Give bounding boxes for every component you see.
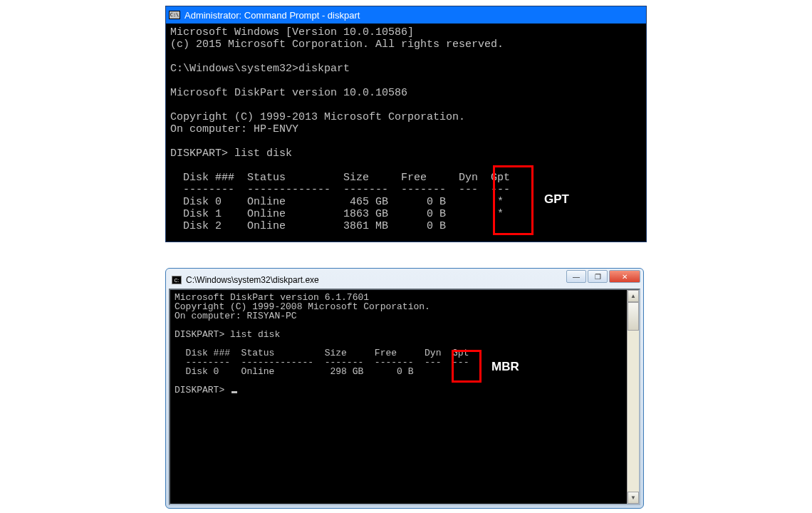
cmd-icon: C:\ bbox=[169, 11, 180, 19]
cmd-window-win10: C:\ Administrator: Command Prompt - disk… bbox=[165, 6, 647, 242]
line: (c) 2015 Microsoft Corporation. All righ… bbox=[170, 38, 504, 51]
window-title: Administrator: Command Prompt - diskpart bbox=[184, 10, 360, 21]
close-button[interactable]: ✕ bbox=[609, 270, 640, 283]
scroll-up-button[interactable]: ▲ bbox=[628, 290, 639, 302]
line: On computer: RISYAN-PC bbox=[175, 311, 297, 321]
line: Copyright (C) 1999-2013 Microsoft Corpor… bbox=[170, 111, 465, 123]
window-title: C:\Windows\system32\diskpart.exe bbox=[186, 275, 319, 285]
table-row: Disk 2 Online 3861 MB 0 B bbox=[170, 220, 446, 232]
console-output-win7[interactable]: Microsoft DiskPart version 6.1.7601 Copy… bbox=[170, 290, 639, 398]
titlebar-win10[interactable]: C:\ Administrator: Command Prompt - disk… bbox=[166, 6, 646, 24]
highlight-label-gpt: GPT bbox=[544, 192, 569, 207]
line: DISKPART> list disk bbox=[170, 147, 292, 160]
cmd-icon: C: bbox=[172, 276, 182, 284]
line: Microsoft DiskPart version 10.0.10586 bbox=[170, 87, 407, 99]
scrollbar[interactable]: ▲ ▼ bbox=[627, 290, 639, 504]
cmd-window-win7: C: C:\Windows\system32\diskpart.exe — ❐ … bbox=[165, 268, 644, 509]
table-row: Disk 1 Online 1863 GB 0 B * bbox=[170, 208, 504, 220]
line: C:\Windows\system32>diskpart bbox=[170, 63, 350, 75]
cursor-icon bbox=[231, 391, 237, 393]
highlight-label-mbr: MBR bbox=[491, 360, 519, 374]
line: DISKPART> list disk bbox=[175, 329, 280, 340]
console-output-win10[interactable]: Microsoft Windows [Version 10.0.10586] (… bbox=[166, 24, 646, 235]
console-frame: Microsoft DiskPart version 6.1.7601 Copy… bbox=[169, 289, 640, 505]
line: On computer: HP-ENVY bbox=[170, 123, 298, 135]
minimize-button[interactable]: — bbox=[566, 270, 586, 283]
line: Microsoft Windows [Version 10.0.10586] bbox=[170, 26, 414, 38]
prompt: DISKPART> bbox=[175, 385, 230, 395]
scroll-track[interactable] bbox=[628, 331, 639, 492]
window-controls: — ❐ ✕ bbox=[565, 270, 640, 283]
table-header: Disk ### Status Size Free Dyn Gpt bbox=[170, 172, 510, 184]
table-rule: -------- ------------- ------- ------- -… bbox=[170, 184, 510, 196]
scroll-down-button[interactable]: ▼ bbox=[628, 492, 639, 504]
titlebar-win7[interactable]: C: C:\Windows\system32\diskpart.exe — ❐ … bbox=[169, 271, 640, 289]
maximize-button[interactable]: ❐ bbox=[588, 270, 608, 283]
table-row: Disk 0 Online 465 GB 0 B * bbox=[170, 196, 504, 208]
scroll-thumb[interactable] bbox=[628, 302, 639, 331]
table-row: Disk 0 Online 298 GB 0 B bbox=[175, 366, 413, 377]
